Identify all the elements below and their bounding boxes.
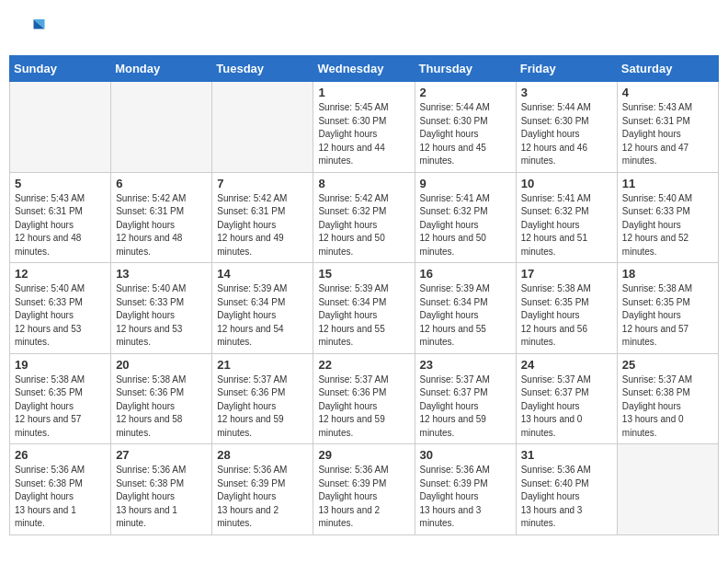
week-row-5: 26Sunrise: 5:36 AMSunset: 6:38 PMDayligh… xyxy=(10,444,719,535)
column-header-saturday: Saturday xyxy=(617,56,718,82)
calendar-cell: 22Sunrise: 5:37 AMSunset: 6:36 PMDayligh… xyxy=(313,353,415,444)
day-info: Sunrise: 5:44 AMSunset: 6:30 PMDaylight … xyxy=(420,101,511,168)
day-info: Sunrise: 5:41 AMSunset: 6:32 PMDaylight … xyxy=(521,192,612,259)
day-number: 21 xyxy=(217,358,308,372)
day-number: 15 xyxy=(318,267,409,281)
logo xyxy=(18,14,50,41)
calendar-cell: 6Sunrise: 5:42 AMSunset: 6:31 PMDaylight… xyxy=(111,172,212,263)
week-row-4: 19Sunrise: 5:38 AMSunset: 6:35 PMDayligh… xyxy=(10,353,719,444)
day-number: 1 xyxy=(318,86,409,99)
calendar-cell xyxy=(10,82,111,173)
column-header-wednesday: Wednesday xyxy=(313,56,415,82)
calendar-cell: 4Sunrise: 5:43 AMSunset: 6:31 PMDaylight… xyxy=(617,82,718,173)
day-info: Sunrise: 5:37 AMSunset: 6:38 PMDaylight … xyxy=(622,373,713,441)
day-number: 26 xyxy=(15,448,106,462)
calendar-cell: 14Sunrise: 5:39 AMSunset: 6:34 PMDayligh… xyxy=(212,263,313,354)
column-header-monday: Monday xyxy=(111,56,212,82)
day-info: Sunrise: 5:38 AMSunset: 6:36 PMDaylight … xyxy=(116,373,207,441)
day-info: Sunrise: 5:36 AMSunset: 6:39 PMDaylight … xyxy=(318,464,409,531)
week-row-2: 5Sunrise: 5:43 AMSunset: 6:31 PMDaylight… xyxy=(10,172,719,263)
calendar-cell xyxy=(212,82,313,173)
day-number: 16 xyxy=(420,267,511,281)
day-number: 29 xyxy=(318,448,409,462)
day-info: Sunrise: 5:38 AMSunset: 6:35 PMDaylight … xyxy=(521,282,612,350)
calendar-cell: 25Sunrise: 5:37 AMSunset: 6:38 PMDayligh… xyxy=(617,353,718,444)
calendar-cell: 10Sunrise: 5:41 AMSunset: 6:32 PMDayligh… xyxy=(516,172,617,263)
calendar-cell: 5Sunrise: 5:43 AMSunset: 6:31 PMDaylight… xyxy=(10,172,111,263)
week-row-1: 1Sunrise: 5:45 AMSunset: 6:30 PMDaylight… xyxy=(10,82,719,173)
calendar-cell: 15Sunrise: 5:39 AMSunset: 6:34 PMDayligh… xyxy=(313,263,415,354)
day-number: 22 xyxy=(318,358,409,372)
column-header-sunday: Sunday xyxy=(10,56,111,82)
day-info: Sunrise: 5:40 AMSunset: 6:33 PMDaylight … xyxy=(622,192,713,259)
day-number: 25 xyxy=(622,358,713,372)
calendar-cell: 9Sunrise: 5:41 AMSunset: 6:32 PMDaylight… xyxy=(415,172,516,263)
calendar-cell: 19Sunrise: 5:38 AMSunset: 6:35 PMDayligh… xyxy=(10,353,111,444)
calendar-cell: 11Sunrise: 5:40 AMSunset: 6:33 PMDayligh… xyxy=(617,172,718,263)
column-header-tuesday: Tuesday xyxy=(212,56,313,82)
day-number: 30 xyxy=(420,448,511,462)
day-number: 18 xyxy=(622,267,713,281)
day-info: Sunrise: 5:38 AMSunset: 6:35 PMDaylight … xyxy=(15,373,106,441)
day-info: Sunrise: 5:43 AMSunset: 6:31 PMDaylight … xyxy=(622,101,713,168)
day-info: Sunrise: 5:43 AMSunset: 6:31 PMDaylight … xyxy=(15,192,106,259)
day-info: Sunrise: 5:40 AMSunset: 6:33 PMDaylight … xyxy=(15,282,106,350)
calendar-cell: 7Sunrise: 5:42 AMSunset: 6:31 PMDaylight… xyxy=(212,172,313,263)
day-number: 7 xyxy=(217,177,308,190)
day-number: 31 xyxy=(521,448,612,462)
day-info: Sunrise: 5:36 AMSunset: 6:39 PMDaylight … xyxy=(420,464,511,531)
calendar-cell xyxy=(111,82,212,173)
day-info: Sunrise: 5:37 AMSunset: 6:37 PMDaylight … xyxy=(420,373,511,441)
column-header-friday: Friday xyxy=(516,56,617,82)
day-info: Sunrise: 5:37 AMSunset: 6:36 PMDaylight … xyxy=(217,373,308,441)
calendar-cell: 17Sunrise: 5:38 AMSunset: 6:35 PMDayligh… xyxy=(516,263,617,354)
day-number: 8 xyxy=(318,177,409,190)
day-info: Sunrise: 5:39 AMSunset: 6:34 PMDaylight … xyxy=(420,282,511,350)
calendar-cell: 13Sunrise: 5:40 AMSunset: 6:33 PMDayligh… xyxy=(111,263,212,354)
calendar-cell: 1Sunrise: 5:45 AMSunset: 6:30 PMDaylight… xyxy=(313,82,415,173)
day-info: Sunrise: 5:37 AMSunset: 6:37 PMDaylight … xyxy=(521,373,612,441)
day-info: Sunrise: 5:40 AMSunset: 6:33 PMDaylight … xyxy=(116,282,207,350)
calendar-cell: 16Sunrise: 5:39 AMSunset: 6:34 PMDayligh… xyxy=(415,263,516,354)
calendar-cell xyxy=(617,444,718,535)
calendar-cell: 2Sunrise: 5:44 AMSunset: 6:30 PMDaylight… xyxy=(415,82,516,173)
calendar-cell: 27Sunrise: 5:36 AMSunset: 6:38 PMDayligh… xyxy=(111,444,212,535)
day-info: Sunrise: 5:36 AMSunset: 6:38 PMDaylight … xyxy=(15,464,106,531)
day-number: 14 xyxy=(217,267,308,281)
day-number: 6 xyxy=(116,177,207,190)
page-header xyxy=(9,9,719,46)
day-number: 27 xyxy=(116,448,207,462)
day-info: Sunrise: 5:36 AMSunset: 6:40 PMDaylight … xyxy=(521,464,612,531)
day-number: 17 xyxy=(521,267,612,281)
day-number: 3 xyxy=(521,86,612,99)
calendar-cell: 20Sunrise: 5:38 AMSunset: 6:36 PMDayligh… xyxy=(111,353,212,444)
calendar-cell: 21Sunrise: 5:37 AMSunset: 6:36 PMDayligh… xyxy=(212,353,313,444)
day-number: 4 xyxy=(622,86,713,99)
day-info: Sunrise: 5:42 AMSunset: 6:32 PMDaylight … xyxy=(318,192,409,259)
day-number: 28 xyxy=(217,448,308,462)
day-number: 2 xyxy=(420,86,511,99)
calendar-cell: 28Sunrise: 5:36 AMSunset: 6:39 PMDayligh… xyxy=(212,444,313,535)
day-info: Sunrise: 5:42 AMSunset: 6:31 PMDaylight … xyxy=(116,192,207,259)
calendar-cell: 18Sunrise: 5:38 AMSunset: 6:35 PMDayligh… xyxy=(617,263,718,354)
calendar-cell: 24Sunrise: 5:37 AMSunset: 6:37 PMDayligh… xyxy=(516,353,617,444)
day-number: 10 xyxy=(521,177,612,190)
day-number: 24 xyxy=(521,358,612,372)
day-info: Sunrise: 5:39 AMSunset: 6:34 PMDaylight … xyxy=(217,282,308,350)
day-number: 19 xyxy=(15,358,106,372)
day-number: 12 xyxy=(15,267,106,281)
day-number: 11 xyxy=(622,177,713,190)
column-header-thursday: Thursday xyxy=(415,56,516,82)
day-info: Sunrise: 5:36 AMSunset: 6:39 PMDaylight … xyxy=(217,464,308,531)
calendar-cell: 30Sunrise: 5:36 AMSunset: 6:39 PMDayligh… xyxy=(415,444,516,535)
calendar-cell: 12Sunrise: 5:40 AMSunset: 6:33 PMDayligh… xyxy=(10,263,111,354)
calendar-cell: 31Sunrise: 5:36 AMSunset: 6:40 PMDayligh… xyxy=(516,444,617,535)
day-info: Sunrise: 5:37 AMSunset: 6:36 PMDaylight … xyxy=(318,373,409,441)
day-number: 5 xyxy=(15,177,106,190)
day-number: 13 xyxy=(116,267,207,281)
day-info: Sunrise: 5:44 AMSunset: 6:30 PMDaylight … xyxy=(521,101,612,168)
calendar-cell: 8Sunrise: 5:42 AMSunset: 6:32 PMDaylight… xyxy=(313,172,415,263)
day-number: 23 xyxy=(420,358,511,372)
calendar-cell: 23Sunrise: 5:37 AMSunset: 6:37 PMDayligh… xyxy=(415,353,516,444)
day-info: Sunrise: 5:38 AMSunset: 6:35 PMDaylight … xyxy=(622,282,713,350)
